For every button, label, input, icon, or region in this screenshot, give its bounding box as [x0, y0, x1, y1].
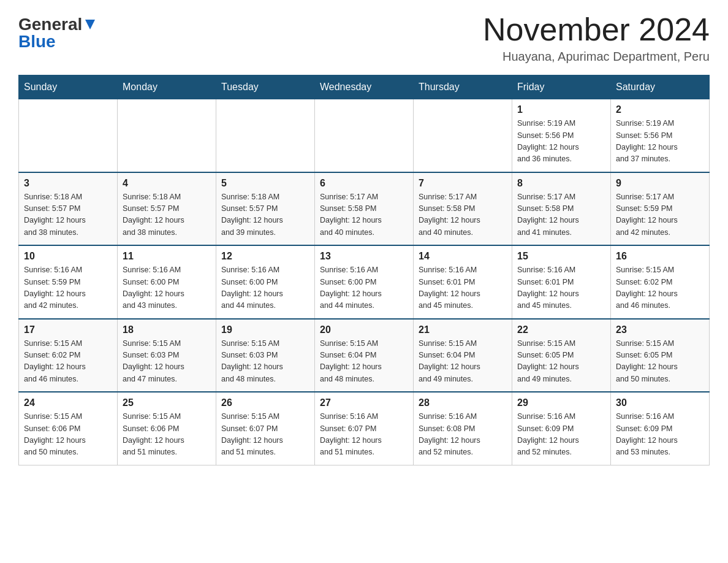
day-number: 12 [221, 251, 309, 262]
day-info: Sunrise: 5:15 AM Sunset: 6:05 PM Dayligh… [517, 338, 605, 386]
day-number: 23 [616, 324, 704, 335]
day-info: Sunrise: 5:15 AM Sunset: 6:05 PM Dayligh… [616, 338, 704, 386]
day-info: Sunrise: 5:17 AM Sunset: 5:58 PM Dayligh… [517, 191, 605, 239]
day-number: 6 [320, 178, 408, 189]
calendar-cell: 22Sunrise: 5:15 AM Sunset: 6:05 PM Dayli… [512, 319, 611, 393]
day-number: 15 [517, 251, 605, 262]
calendar-cell: 5Sunrise: 5:18 AM Sunset: 5:57 PM Daylig… [216, 172, 315, 246]
day-number: 10 [24, 251, 112, 262]
calendar-cell: 28Sunrise: 5:16 AM Sunset: 6:08 PM Dayli… [414, 392, 512, 465]
calendar-cell: 9Sunrise: 5:17 AM Sunset: 5:59 PM Daylig… [611, 172, 710, 246]
day-number: 25 [123, 397, 211, 408]
header-saturday: Saturday [611, 75, 710, 99]
calendar-cell: 14Sunrise: 5:16 AM Sunset: 6:01 PM Dayli… [414, 245, 512, 319]
calendar-cell: 27Sunrise: 5:16 AM Sunset: 6:07 PM Dayli… [315, 392, 414, 465]
calendar-cell: 25Sunrise: 5:15 AM Sunset: 6:06 PM Dayli… [118, 392, 216, 465]
calendar-cell: 6Sunrise: 5:17 AM Sunset: 5:58 PM Daylig… [315, 172, 414, 246]
calendar-cell: 2Sunrise: 5:19 AM Sunset: 5:56 PM Daylig… [611, 99, 710, 172]
header-tuesday: Tuesday [216, 75, 315, 99]
day-info: Sunrise: 5:16 AM Sunset: 6:00 PM Dayligh… [221, 264, 309, 312]
day-number: 16 [616, 251, 704, 262]
calendar-cell: 12Sunrise: 5:16 AM Sunset: 6:00 PM Dayli… [216, 245, 315, 319]
calendar-cell: 8Sunrise: 5:17 AM Sunset: 5:58 PM Daylig… [512, 172, 611, 246]
day-number: 2 [616, 104, 704, 115]
day-number: 8 [517, 178, 605, 189]
day-info: Sunrise: 5:15 AM Sunset: 6:04 PM Dayligh… [419, 338, 507, 386]
day-number: 1 [517, 104, 605, 115]
calendar-week-row: 10Sunrise: 5:16 AM Sunset: 5:59 PM Dayli… [19, 245, 710, 319]
calendar-cell [118, 99, 216, 172]
day-info: Sunrise: 5:18 AM Sunset: 5:57 PM Dayligh… [221, 191, 309, 239]
calendar-cell: 13Sunrise: 5:16 AM Sunset: 6:00 PM Dayli… [315, 245, 414, 319]
day-info: Sunrise: 5:17 AM Sunset: 5:58 PM Dayligh… [419, 191, 507, 239]
day-info: Sunrise: 5:17 AM Sunset: 5:58 PM Dayligh… [320, 191, 408, 239]
day-number: 24 [24, 397, 112, 408]
day-info: Sunrise: 5:19 AM Sunset: 5:56 PM Dayligh… [517, 118, 605, 166]
day-number: 11 [123, 251, 211, 262]
calendar-cell: 3Sunrise: 5:18 AM Sunset: 5:57 PM Daylig… [19, 172, 118, 246]
header-friday: Friday [512, 75, 611, 99]
day-number: 18 [123, 324, 211, 335]
day-number: 19 [221, 324, 309, 335]
day-info: Sunrise: 5:16 AM Sunset: 6:09 PM Dayligh… [517, 411, 605, 459]
day-number: 21 [419, 324, 507, 335]
calendar-header-row: SundayMondayTuesdayWednesdayThursdayFrid… [19, 75, 710, 99]
logo-triangle-icon [83, 18, 97, 31]
calendar-cell: 17Sunrise: 5:15 AM Sunset: 6:02 PM Dayli… [19, 319, 118, 393]
calendar-cell: 21Sunrise: 5:15 AM Sunset: 6:04 PM Dayli… [414, 319, 512, 393]
day-number: 14 [419, 251, 507, 262]
calendar-cell: 19Sunrise: 5:15 AM Sunset: 6:03 PM Dayli… [216, 319, 315, 393]
header-thursday: Thursday [414, 75, 512, 99]
calendar-cell [216, 99, 315, 172]
day-info: Sunrise: 5:18 AM Sunset: 5:57 PM Dayligh… [123, 191, 211, 239]
day-number: 20 [320, 324, 408, 335]
day-number: 4 [123, 178, 211, 189]
calendar-cell: 29Sunrise: 5:16 AM Sunset: 6:09 PM Dayli… [512, 392, 611, 465]
calendar-week-row: 24Sunrise: 5:15 AM Sunset: 6:06 PM Dayli… [19, 392, 710, 465]
day-number: 13 [320, 251, 408, 262]
day-info: Sunrise: 5:18 AM Sunset: 5:57 PM Dayligh… [24, 191, 112, 239]
month-title: November 2024 [483, 12, 710, 47]
day-number: 30 [616, 397, 704, 408]
calendar-cell: 4Sunrise: 5:18 AM Sunset: 5:57 PM Daylig… [118, 172, 216, 246]
calendar-cell: 20Sunrise: 5:15 AM Sunset: 6:04 PM Dayli… [315, 319, 414, 393]
calendar-cell: 10Sunrise: 5:16 AM Sunset: 5:59 PM Dayli… [19, 245, 118, 319]
header: General Blue November 2024 Huayana, Apur… [18, 12, 710, 64]
day-number: 3 [24, 178, 112, 189]
calendar-cell [19, 99, 118, 172]
logo-general: General [18, 16, 82, 33]
calendar-cell: 11Sunrise: 5:16 AM Sunset: 6:00 PM Dayli… [118, 245, 216, 319]
calendar-week-row: 1Sunrise: 5:19 AM Sunset: 5:56 PM Daylig… [19, 99, 710, 172]
day-info: Sunrise: 5:15 AM Sunset: 6:04 PM Dayligh… [320, 338, 408, 386]
day-info: Sunrise: 5:16 AM Sunset: 6:01 PM Dayligh… [419, 264, 507, 312]
day-info: Sunrise: 5:16 AM Sunset: 6:09 PM Dayligh… [616, 411, 704, 459]
header-monday: Monday [118, 75, 216, 99]
day-info: Sunrise: 5:16 AM Sunset: 6:01 PM Dayligh… [517, 264, 605, 312]
day-info: Sunrise: 5:17 AM Sunset: 5:59 PM Dayligh… [616, 191, 704, 239]
calendar-cell: 30Sunrise: 5:16 AM Sunset: 6:09 PM Dayli… [611, 392, 710, 465]
day-info: Sunrise: 5:15 AM Sunset: 6:03 PM Dayligh… [123, 338, 211, 386]
day-number: 7 [419, 178, 507, 189]
day-info: Sunrise: 5:15 AM Sunset: 6:03 PM Dayligh… [221, 338, 309, 386]
day-number: 26 [221, 397, 309, 408]
day-number: 17 [24, 324, 112, 335]
svg-marker-0 [85, 20, 95, 29]
day-number: 9 [616, 178, 704, 189]
day-number: 5 [221, 178, 309, 189]
day-info: Sunrise: 5:16 AM Sunset: 5:59 PM Dayligh… [24, 264, 112, 312]
calendar-cell: 1Sunrise: 5:19 AM Sunset: 5:56 PM Daylig… [512, 99, 611, 172]
day-info: Sunrise: 5:15 AM Sunset: 6:06 PM Dayligh… [24, 411, 112, 459]
day-info: Sunrise: 5:19 AM Sunset: 5:56 PM Dayligh… [616, 118, 704, 166]
logo-blue: Blue [18, 33, 56, 50]
day-number: 27 [320, 397, 408, 408]
day-info: Sunrise: 5:15 AM Sunset: 6:02 PM Dayligh… [616, 264, 704, 312]
logo: General Blue [18, 12, 97, 50]
day-info: Sunrise: 5:15 AM Sunset: 6:02 PM Dayligh… [24, 338, 112, 386]
calendar-cell: 16Sunrise: 5:15 AM Sunset: 6:02 PM Dayli… [611, 245, 710, 319]
calendar-cell: 26Sunrise: 5:15 AM Sunset: 6:07 PM Dayli… [216, 392, 315, 465]
title-area: November 2024 Huayana, Apurimac Departme… [483, 12, 710, 64]
calendar-table: SundayMondayTuesdayWednesdayThursdayFrid… [18, 75, 710, 465]
day-number: 29 [517, 397, 605, 408]
calendar-cell: 23Sunrise: 5:15 AM Sunset: 6:05 PM Dayli… [611, 319, 710, 393]
day-number: 22 [517, 324, 605, 335]
